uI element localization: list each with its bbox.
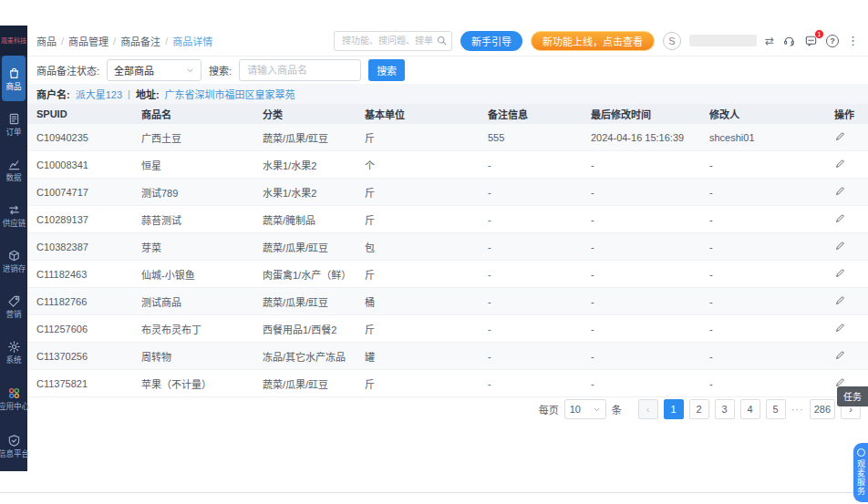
status-filter-label: 商品备注状态: [36,63,99,77]
message-badge: 1 [814,29,824,39]
edit-icon[interactable] [834,130,846,142]
sidebar-item-goods[interactable]: 商品 [2,56,26,101]
cell-unit: 斤 [356,206,479,233]
cell-unit: 斤 [356,179,479,206]
cell-unit: 斤 [356,124,479,151]
sidebar-item-supply-chain[interactable]: 供应链 [2,192,26,238]
edit-icon[interactable] [834,294,846,306]
more-menu-icon[interactable]: ⋮ [847,35,859,46]
cell-modified: - [582,343,700,370]
search-icon[interactable] [436,35,448,46]
pagination-page[interactable]: 1 [664,399,684,419]
sidebar-item-orders[interactable]: 订单 [2,101,26,147]
service-button[interactable]: 观麦服务 [853,443,868,502]
global-search-input[interactable] [334,31,452,51]
service-button-label: 观麦服务 [856,459,865,496]
cell-modified: - [582,151,700,179]
data-chart-icon [7,158,21,171]
product-search-input[interactable] [239,59,361,81]
edit-icon[interactable] [834,212,846,224]
cell-actions [825,261,868,288]
cell-note: - [479,206,582,233]
status-select[interactable]: 全部商品 [107,59,202,81]
edit-icon[interactable] [834,267,846,279]
per-page-value: 10 [570,404,581,415]
products-table: SPUID商品名分类基本单位备注信息最后修改时间修改人操作 C10940235广… [27,104,868,397]
edit-icon[interactable] [834,322,846,334]
cell-unit: 斤 [356,370,479,397]
table-row: C11370256周转物冻品/其它水产冻品罐--- [27,343,868,370]
cell-editor: - [700,206,825,233]
promo-button[interactable]: 新功能上线，点击查看 [531,31,655,51]
cell-name: 测试789 [132,179,253,206]
pagination-page[interactable]: 3 [715,399,735,419]
cell-category: 蔬菜/腌制品 [253,206,356,233]
merchant-name-link[interactable]: 派大星123 [76,87,122,101]
table-header-row: SPUID商品名分类基本单位备注信息最后修改时间修改人操作 [27,104,868,124]
sidebar-item-app-center[interactable]: 应用中心 [2,375,26,422]
merchant-addr-link[interactable]: 广东省深圳市福田区皇家翠苑 [165,87,295,101]
shield-icon [7,434,21,447]
help-icon[interactable]: ? [826,35,839,47]
cell-note: - [479,179,582,206]
cell-actions [825,179,868,206]
sidebar-item-label: 信息平台 [0,450,29,458]
task-tag[interactable]: 任务 [837,386,868,406]
cell-category: 水果1/水果2 [253,151,356,179]
edit-icon[interactable] [834,158,846,170]
cell-actions [825,315,868,343]
column-header: 备注信息 [479,104,582,124]
cell-spuid: C11182766 [27,288,132,315]
switch-account-icon[interactable]: ⇄ [765,36,774,46]
cell-name: 仙城-小银鱼 [132,261,253,288]
cell-category: 西餐用品1/西餐2 [253,315,356,343]
app-logo: 观麦科技 [0,26,27,56]
support-icon[interactable] [782,34,796,47]
sidebar-item-label: 订单 [5,129,21,137]
cell-editor: - [700,370,825,397]
breadcrumb-item[interactable]: 商品管理 [68,34,108,48]
guide-button[interactable]: 新手引导 [460,31,522,51]
sidebar-item-data[interactable]: 数据 [2,147,26,192]
avatar[interactable]: S [663,32,681,50]
cell-actions [825,343,868,370]
cell-unit: 包 [356,233,479,261]
sidebar-item-inventory[interactable]: 进销存 [2,238,26,283]
search-button[interactable]: 搜索 [368,59,405,81]
edit-icon[interactable] [834,349,846,361]
cell-spuid: C10008341 [27,151,132,179]
cell-spuid: C11375821 [27,370,132,397]
pagination-page[interactable]: 5 [766,399,786,419]
message-icon[interactable]: 1 [804,34,818,47]
pagination-page[interactable]: 286 [810,399,835,419]
cell-editor: - [700,315,825,343]
status-select-value: 全部商品 [114,63,154,77]
pagination-prev[interactable]: ‹ [638,399,658,419]
edit-icon[interactable] [834,185,846,197]
breadcrumb-item[interactable]: 商品 [36,34,57,48]
cell-note: - [479,288,582,315]
breadcrumb-item[interactable]: 商品备注 [120,34,160,48]
sidebar-item-system[interactable]: 系统 [2,329,26,375]
breadcrumb-separator: / [113,36,116,46]
order-icon [7,112,21,126]
cell-unit: 斤 [356,315,479,343]
cell-note: - [479,261,582,288]
sidebar-item-marketing[interactable]: 营销 [2,283,26,329]
pagination-page[interactable]: 4 [740,399,760,419]
cell-modified: - [582,315,700,343]
breadcrumb-item: 商品详情 [172,34,212,48]
cell-category: 水果1/水果2 [253,179,356,206]
per-page-select[interactable]: 10 [564,399,606,419]
gear-icon [7,340,21,354]
column-header: 最后修改时间 [582,104,700,124]
bag-icon [7,67,21,80]
cell-editor: shceshi01 [700,124,825,151]
cell-spuid: C11370256 [27,343,132,370]
cell-note: - [479,315,582,343]
edit-icon[interactable] [834,240,846,252]
sidebar-item-info-platform[interactable]: 信息平台 [2,422,26,469]
cell-name: 芽菜 [132,233,253,261]
products-table-wrap: SPUID商品名分类基本单位备注信息最后修改时间修改人操作 C10940235广… [27,104,868,397]
pagination-page[interactable]: 2 [689,399,709,419]
